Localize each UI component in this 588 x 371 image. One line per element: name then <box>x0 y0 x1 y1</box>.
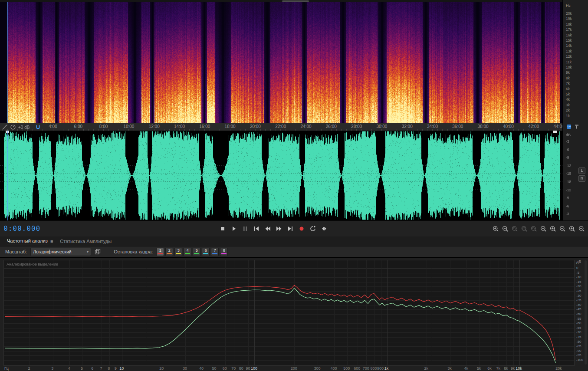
go-to-start-icon <box>253 225 260 232</box>
frequency-scale-label: 6k <box>566 87 570 91</box>
frequency-tick-label: 10k <box>516 366 522 371</box>
db-tick-label: -15 <box>576 280 581 284</box>
frequency-plot[interactable]: Анализированое выделение <box>3 260 575 366</box>
frequency-scale-label: 12k <box>566 54 572 59</box>
zoom-to-selection-icon <box>512 226 518 232</box>
go-to-start-button[interactable] <box>252 224 261 233</box>
freeze-button-3[interactable]: 3 <box>174 248 182 256</box>
gain-readout[interactable]: +0 dB <box>18 125 30 130</box>
zoom-out-time-button[interactable] <box>558 225 566 233</box>
freeze-button-1[interactable]: 1 <box>156 248 164 256</box>
db-tick-label: -85 <box>576 344 581 348</box>
panel-menu-icon[interactable]: ≡ <box>50 239 53 244</box>
frequency-scale-label: 11k <box>566 60 572 64</box>
pause-button[interactable] <box>240 224 250 233</box>
play-icon <box>230 225 237 232</box>
db-tick-label: -5 <box>576 271 579 275</box>
spectral-controls-icon[interactable] <box>566 124 572 129</box>
spectral-display[interactable] <box>0 2 562 123</box>
db-scale-label: -6 <box>566 204 569 208</box>
waveform-display[interactable] <box>0 131 562 220</box>
pin-icon[interactable] <box>574 124 579 129</box>
waveform[interactable] <box>0 131 562 220</box>
frequency-tick-label: 50 <box>212 366 217 371</box>
tab-label: Статистика Амплитуды <box>60 239 112 244</box>
vertical-scales-rail: Hz 20k19k18k17k16k15k14k13k12k11k10k9k8k… <box>562 0 588 220</box>
zoom-in-amplitude-button[interactable] <box>568 225 576 233</box>
frequency-tick-label: 7 <box>100 366 102 371</box>
frequency-scale-label: 5k <box>566 92 570 96</box>
frequency-plot-canvas[interactable] <box>4 260 574 365</box>
stop-button[interactable] <box>218 224 227 233</box>
freeze-button-5[interactable]: 5 <box>193 248 200 256</box>
freeze-button-4[interactable]: 4 <box>184 248 191 256</box>
zoom-out-full-button[interactable] <box>539 225 547 233</box>
channel-right-button[interactable]: R <box>578 175 585 182</box>
play-button[interactable] <box>229 224 239 233</box>
panel-scrollbar[interactable] <box>585 260 587 364</box>
fast-forward-button[interactable] <box>274 224 284 233</box>
frequency-tick-label: 8k <box>504 366 508 371</box>
db-scale-label: -12 <box>566 164 571 168</box>
time-label: 18:00 <box>225 124 236 129</box>
tab-amplitude-statistics[interactable]: Статистика Амплитуды <box>56 236 115 246</box>
time-label: 30:00 <box>376 124 387 129</box>
timeline-ruler[interactable]: +0 dB 4:006:008:0010:0012:0014:0016:0018… <box>0 123 562 131</box>
frequency-scale-label: 2k <box>566 108 570 112</box>
rewind-button[interactable] <box>263 224 273 233</box>
db-tick-label: -95 <box>576 353 581 357</box>
zoom-to-selection-button[interactable] <box>511 225 519 233</box>
frequency-tick-label: 60 <box>223 366 227 371</box>
frequency-scale-label: 1k <box>566 114 570 118</box>
snap-magnet-icon[interactable] <box>35 125 41 130</box>
channel-left-button[interactable]: L <box>578 167 585 174</box>
playhead[interactable] <box>7 131 8 220</box>
go-to-end-button[interactable] <box>286 224 295 233</box>
time-display[interactable]: 0:00.000 <box>3 224 40 233</box>
zoom-in-time-button[interactable] <box>549 225 557 233</box>
frequency-tick-label: 90 <box>246 366 250 371</box>
frequency-tick-label: 10 <box>119 366 124 371</box>
tab-frequency-analysis[interactable]: Частотный анализ ≡ <box>3 236 56 246</box>
frame-hold-label: Остановка кадра: <box>114 249 153 254</box>
spectrogram[interactable] <box>0 2 562 123</box>
freeze-button-number: 1 <box>159 248 161 253</box>
scrollbar-handle[interactable] <box>282 0 309 2</box>
frequency-tick-label: 20k <box>555 366 562 371</box>
frequency-tick-label: 3 <box>51 366 53 371</box>
copy-graph-icon[interactable] <box>95 249 101 255</box>
frequency-scale-label: 13k <box>566 49 572 53</box>
waveform-axis-title: dB <box>566 133 571 137</box>
zoom-in-at-in-point-button[interactable] <box>520 225 528 233</box>
zoom-out-amplitude-button[interactable] <box>578 225 585 233</box>
playhead[interactable] <box>7 2 8 123</box>
freeze-button-8[interactable]: 8 <box>220 248 228 256</box>
time-label: 10:00 <box>123 124 134 129</box>
selection-handle-right[interactable] <box>553 131 557 133</box>
frequency-tick-label: 2k <box>424 366 429 371</box>
frequency-tick-label: 1k <box>384 366 389 371</box>
panel-tab-bar: Частотный анализ ≡ Статистика Амплитуды <box>0 236 588 246</box>
db-scale-label: -9 <box>566 155 569 160</box>
db-tick-label: -75 <box>576 335 581 339</box>
time-label: 4:00 <box>49 124 57 129</box>
frequency-tick-label: 6k <box>487 366 492 371</box>
zoom-in-button[interactable] <box>492 225 499 233</box>
fade-curve-icon[interactable] <box>2 124 8 130</box>
transport-controls <box>218 224 329 233</box>
freeze-button-6[interactable]: 6 <box>202 248 210 256</box>
db-tick-label: -55 <box>576 317 581 321</box>
scale-dropdown[interactable]: Логарифмический ▾ <box>30 248 91 256</box>
zoom-out-button[interactable] <box>501 225 509 233</box>
loop-playback-button[interactable] <box>308 224 318 233</box>
db-tick-label: -25 <box>576 289 581 293</box>
skip-selection-button[interactable] <box>319 224 329 233</box>
zoom-in-at-out-point-button[interactable] <box>530 225 538 233</box>
frequency-tick-label: 6 <box>91 366 93 371</box>
gain-knob-icon[interactable] <box>10 124 16 130</box>
freeze-button-2[interactable]: 2 <box>165 248 173 256</box>
freeze-button-7[interactable]: 7 <box>211 248 219 256</box>
freeze-button-number: 7 <box>214 248 216 253</box>
record-button[interactable] <box>297 224 306 233</box>
zoom-in-time-icon <box>550 226 556 232</box>
